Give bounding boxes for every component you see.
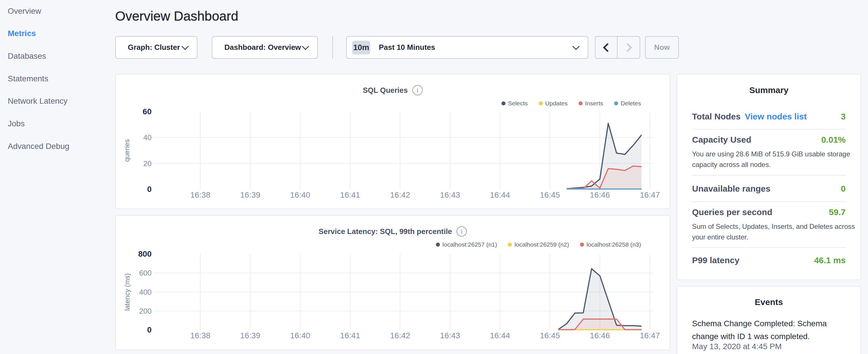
svg-text:200: 200 xyxy=(139,307,152,315)
divider xyxy=(692,201,846,202)
svg-text:0: 0 xyxy=(147,325,152,334)
svg-text:16:43: 16:43 xyxy=(440,190,460,199)
event-timestamp: May 13, 2020 at 4:45 PM xyxy=(692,342,782,351)
chevron-down-icon xyxy=(572,43,580,50)
svg-text:16:45: 16:45 xyxy=(540,331,560,340)
summary-row-value: 59.7 xyxy=(829,207,846,217)
summary-row-label: Capacity Used xyxy=(692,135,751,144)
sql-queries-chart-panel: SQL Queries i SelectsUpdatesInsertsDelet… xyxy=(115,74,670,209)
svg-text:40: 40 xyxy=(143,133,152,142)
time-step-buttons xyxy=(595,36,640,59)
svg-text:400: 400 xyxy=(139,288,152,296)
summary-panel: Summary Total Nodes View nodes list 3 Ca… xyxy=(677,74,861,280)
toolbar-divider xyxy=(333,36,333,58)
svg-text:0: 0 xyxy=(147,185,152,194)
svg-text:16:46: 16:46 xyxy=(590,331,610,340)
graph-dropdown-label: Graph: Cluster xyxy=(128,43,180,52)
chevron-down-icon xyxy=(181,43,189,50)
sidebar-item-metrics[interactable]: Metrics xyxy=(8,23,36,45)
summary-row-value: 46.1 ms xyxy=(814,255,846,265)
svg-text:16:38: 16:38 xyxy=(190,190,210,199)
svg-text:16:46: 16:46 xyxy=(590,190,610,199)
svg-text:16:40: 16:40 xyxy=(290,190,310,199)
sidebar-item-statements[interactable]: Statements xyxy=(8,68,49,90)
summary-row-label: Total Nodes xyxy=(692,112,741,122)
time-range-label: Past 10 Minutes xyxy=(379,43,435,52)
svg-text:16:39: 16:39 xyxy=(240,190,260,199)
svg-text:20: 20 xyxy=(143,159,152,168)
view-nodes-link[interactable]: View nodes list xyxy=(745,112,807,122)
events-panel: Events Schema Change Completed: Schema c… xyxy=(677,286,861,354)
svg-text:600: 600 xyxy=(139,269,152,277)
summary-row-desc: You are using 28.6 MiB of 515.9 GiB usab… xyxy=(692,149,858,170)
sidebar-item-databases[interactable]: Databases xyxy=(8,45,46,67)
svg-text:16:43: 16:43 xyxy=(440,331,460,340)
time-range-dropdown[interactable]: 10m Past 10 Minutes xyxy=(346,36,588,59)
event-message[interactable]: Schema Change Completed: Schema change w… xyxy=(692,317,830,343)
divider xyxy=(692,129,846,129)
svg-text:800: 800 xyxy=(138,250,152,258)
sidebar-item-jobs[interactable]: Jobs xyxy=(8,113,25,135)
summary-title: Summary xyxy=(677,85,861,95)
now-button[interactable]: Now xyxy=(645,36,679,59)
summary-row-label: Queries per second xyxy=(692,207,772,217)
svg-text:16:42: 16:42 xyxy=(390,331,410,340)
chevron-down-icon xyxy=(302,43,309,50)
summary-row-label: Unavailable ranges xyxy=(692,184,770,194)
divider xyxy=(692,175,846,175)
svg-text:16:41: 16:41 xyxy=(340,331,360,340)
svg-text:16:41: 16:41 xyxy=(340,190,360,199)
svg-text:16:44: 16:44 xyxy=(490,190,510,199)
sidebar-item-advanced-debug[interactable]: Advanced Debug xyxy=(8,135,69,157)
svg-text:16:47: 16:47 xyxy=(640,331,660,340)
svg-text:16:44: 16:44 xyxy=(490,331,510,340)
chevron-right-icon xyxy=(623,43,632,52)
events-title: Events xyxy=(677,297,861,307)
svg-text:16:38: 16:38 xyxy=(190,331,210,340)
time-back-button[interactable] xyxy=(595,37,618,58)
time-forward-button[interactable] xyxy=(618,37,640,58)
page-title: Overview Dashboard xyxy=(115,8,239,24)
dashboard-dropdown[interactable]: Dashboard: Overview xyxy=(212,36,318,59)
svg-text:16:40: 16:40 xyxy=(290,331,310,340)
divider xyxy=(692,247,846,248)
sidebar-item-network-latency[interactable]: Network Latency xyxy=(8,90,68,112)
time-range-badge: 10m xyxy=(352,41,370,55)
dashboard-dropdown-label: Dashboard: Overview xyxy=(224,43,301,52)
svg-text:16:45: 16:45 xyxy=(540,190,560,199)
svg-text:16:47: 16:47 xyxy=(640,190,660,199)
graph-dropdown[interactable]: Graph: Cluster xyxy=(115,36,197,59)
summary-row-label: P99 latency xyxy=(692,255,739,265)
svg-text:60: 60 xyxy=(143,107,152,116)
chevron-left-icon xyxy=(603,43,612,52)
sidebar-item-overview[interactable]: Overview xyxy=(8,0,41,22)
summary-row-value: 0.01% xyxy=(821,135,846,144)
summary-row-value: 3 xyxy=(841,112,846,122)
svg-text:16:42: 16:42 xyxy=(390,190,410,199)
svg-text:16:39: 16:39 xyxy=(240,331,260,340)
svg-text:queries: queries xyxy=(123,139,131,162)
summary-row-desc: Sum of Selects, Updates, Inserts, and De… xyxy=(692,221,858,242)
svg-text:latency (ms): latency (ms) xyxy=(123,273,131,311)
summary-row-value: 0 xyxy=(841,184,846,194)
now-button-label: Now xyxy=(654,43,670,52)
service-latency-chart-panel: Service Latency: SQL, 99th percentile i … xyxy=(115,215,670,350)
metrics-page: OverviewMetricsDatabasesStatementsNetwor… xyxy=(0,0,868,354)
